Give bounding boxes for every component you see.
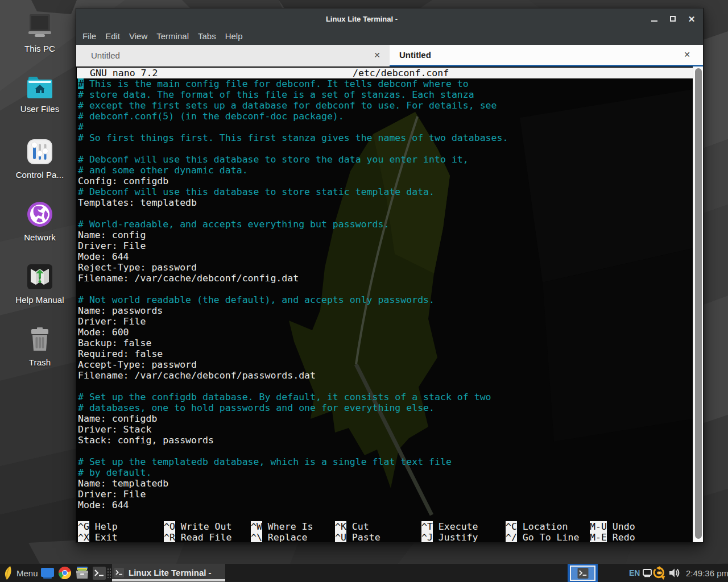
network-icon	[6, 201, 74, 230]
file-manager-icon[interactable]	[76, 564, 89, 582]
display-tray-icon[interactable]	[643, 564, 652, 582]
menu-logo-icon[interactable]	[4, 564, 13, 582]
this-pc-icon	[6, 14, 74, 41]
scrollbar-thumb[interactable]	[695, 68, 702, 539]
nano-shortcut-cut: ^K Cut^U Paste	[335, 521, 421, 542]
tray-terminal-active[interactable]	[568, 564, 598, 582]
tab-close-icon[interactable]: ✕	[374, 45, 380, 66]
maximize-button[interactable]	[667, 13, 679, 24]
desktop-icon-trash[interactable]: Trash	[6, 326, 74, 385]
tab-label: Untitled	[91, 45, 120, 66]
volume-tray-icon[interactable]	[669, 564, 680, 582]
clock[interactable]: 2:49:36 pm	[686, 564, 728, 582]
nano-shortcut-execute: ^T Execute^J Justify	[421, 521, 507, 542]
terminal-viewport[interactable]: GNU nano 7.2 /etc/debconf.conf # This is…	[76, 66, 703, 542]
menu-terminal[interactable]: Terminal	[152, 28, 193, 45]
taskbar: Menu	[0, 564, 728, 582]
menu-button-label: Menu	[16, 568, 38, 578]
nano-shortcut-bar: ^G Help^X Exit^O Write Out^R Read File^W…	[78, 521, 692, 542]
menu-button[interactable]: Menu	[16, 564, 38, 582]
user-files-icon	[6, 76, 74, 101]
menu-view[interactable]: View	[125, 28, 152, 45]
menubar: FileEditViewTerminalTabsHelp	[76, 28, 703, 45]
tab-untitled-2[interactable]: Untitled ✕	[390, 45, 703, 66]
tab-label: Untitled	[399, 45, 431, 65]
chromium-icon[interactable]	[59, 564, 71, 582]
desktop: This PCUser FilesControl Pa...NetworkHel…	[0, 0, 728, 582]
terminal-launcher-icon[interactable]	[93, 564, 106, 582]
desktop-icon-label: Trash	[6, 357, 74, 367]
desktop-icon-help-manual[interactable]: Help Manual	[6, 264, 74, 323]
menu-file[interactable]: File	[78, 28, 101, 45]
tab-bar: Untitled ✕ Untitled ✕	[76, 45, 703, 66]
desktop-icon-label: Network	[6, 232, 74, 242]
nano-shortcut-location: ^C Location^/ Go To Line	[506, 521, 592, 542]
menu-edit[interactable]: Edit	[101, 28, 125, 45]
window-button-terminal-icon	[114, 568, 124, 580]
desktop-pager-icon[interactable]	[41, 564, 54, 582]
nano-shortcut-write-out: ^O Write Out^R Read File	[164, 521, 250, 542]
terminal-window: Linux Lite Terminal - ✕ FileEditViewTerm…	[76, 8, 704, 543]
keyboard-layout-label: EN	[629, 568, 640, 577]
help-manual-icon	[6, 264, 74, 292]
desktop-icon-network[interactable]: Network	[6, 201, 74, 260]
desktop-icon-label: This PC	[6, 44, 74, 53]
updates-tray-icon[interactable]	[653, 564, 666, 582]
clock-label: 2:49:36 pm	[686, 568, 728, 578]
desktop-icon-user-files[interactable]: User Files	[6, 76, 74, 135]
desktop-icon-this-pc[interactable]: This PC	[6, 14, 74, 73]
nano-filename: /etc/debconf.conf	[353, 68, 449, 78]
desktop-icon-label: Control Pa...	[6, 170, 74, 180]
tab-untitled-1[interactable]: Untitled ✕	[76, 45, 390, 66]
window-title: Linux Lite Terminal -	[76, 9, 647, 28]
nano-titlebar: GNU nano 7.2 /etc/debconf.conf	[77, 68, 693, 78]
tray-terminal-icon	[570, 566, 595, 581]
window-titlebar[interactable]: Linux Lite Terminal - ✕	[76, 9, 703, 28]
menu-help[interactable]: Help	[221, 28, 247, 45]
trash-icon	[6, 326, 74, 355]
close-button[interactable]: ✕	[686, 13, 697, 24]
menu-tabs[interactable]: Tabs	[193, 28, 221, 45]
terminal-scrollbar[interactable]	[693, 66, 703, 542]
desktop-icon-label: Help Manual	[6, 295, 74, 305]
tab-close-icon[interactable]: ✕	[684, 45, 690, 65]
desktop-icon-control-panel[interactable]: Control Pa...	[6, 139, 74, 198]
minimize-button[interactable]	[648, 13, 660, 24]
nano-buffer[interactable]: # This is the main config file for debco…	[78, 78, 508, 510]
desktop-icon-label: User Files	[6, 104, 74, 114]
nano-shortcut-undo: M-U UndoM-E Redo	[590, 521, 676, 542]
taskbar-window-button[interactable]: Linux Lite Terminal -	[112, 564, 225, 582]
tasklist-handle[interactable]	[107, 568, 111, 578]
nano-version: GNU nano 7.2	[90, 68, 158, 78]
keyboard-layout-indicator[interactable]: EN	[629, 564, 640, 582]
control-panel-icon	[6, 139, 74, 167]
nano-shortcut-where-is: ^W Where Is^\ Replace	[251, 521, 337, 542]
nano-shortcut-help: ^G Help^X Exit	[78, 521, 164, 542]
window-button-active-indicator	[112, 579, 225, 581]
